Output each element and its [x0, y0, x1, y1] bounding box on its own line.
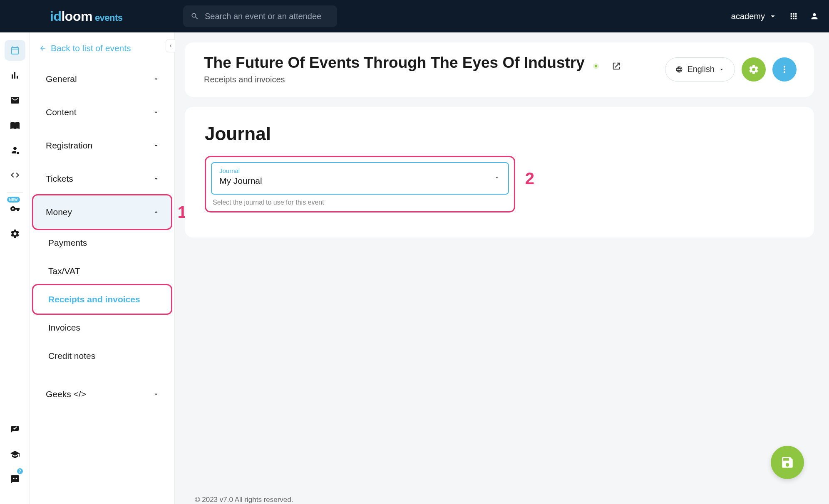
search-placeholder: Search an event or an attendee: [205, 12, 321, 21]
logo-part3: events: [95, 12, 123, 23]
nav-geeks[interactable]: Geeks </>: [33, 378, 171, 411]
back-to-events-link[interactable]: Back to list of events: [30, 36, 174, 62]
journal-card: Journal Journal My Journal Select the jo…: [185, 107, 814, 237]
event-title: The Future Of Events Through The Eyes Of…: [204, 54, 585, 71]
chevron-up-icon: [153, 209, 159, 215]
graduation-cap-icon: [10, 450, 20, 460]
rail-users[interactable]: [5, 140, 25, 161]
logo-part1: id: [50, 9, 61, 24]
chat-icon: [10, 474, 20, 484]
mail-icon: [10, 95, 20, 105]
select-label: Journal: [219, 167, 501, 174]
header-right: academy: [731, 12, 819, 21]
nav-registration[interactable]: Registration: [33, 129, 171, 162]
sub-invoices[interactable]: Invoices: [33, 314, 171, 342]
rail-academy[interactable]: [5, 444, 25, 465]
new-badge: NEW: [7, 197, 20, 203]
top-header: idloomevents Search an event or an atten…: [0, 0, 829, 32]
external-link-button[interactable]: [612, 62, 621, 71]
caret-down-icon: [494, 175, 500, 180]
users-gear-icon: [10, 145, 20, 155]
rail-chat[interactable]: ?: [5, 469, 25, 490]
logo[interactable]: idloomevents: [0, 9, 175, 24]
chevron-down-icon: [153, 109, 159, 116]
search-icon: [191, 12, 199, 20]
chevron-down-icon: [153, 391, 159, 398]
sub-receipts-invoices[interactable]: Receipts and invoices: [33, 285, 171, 314]
caret-down-icon: [768, 12, 777, 21]
section-title: Journal: [205, 124, 794, 144]
rail-analytics[interactable]: [5, 65, 25, 86]
rail-code[interactable]: [5, 165, 25, 185]
book-icon: [10, 120, 20, 130]
sub-tax[interactable]: Tax/VAT: [33, 257, 171, 285]
annotation-2: 2: [525, 169, 534, 188]
nav-tickets[interactable]: Tickets: [33, 162, 171, 195]
rail-settings[interactable]: [5, 223, 25, 244]
page-header-card: The Future Of Events Through The Eyes Of…: [185, 42, 814, 97]
rail-calendar[interactable]: [5, 40, 25, 61]
chevron-down-icon: [153, 76, 159, 82]
main-content: The Future Of Events Through The Eyes Of…: [175, 32, 829, 504]
calendar-icon: [10, 45, 20, 55]
logo-part2: loom: [61, 9, 92, 24]
chevron-left-icon: [168, 43, 173, 48]
language-selector[interactable]: English: [665, 57, 735, 82]
gear-icon: [10, 229, 20, 239]
journal-select[interactable]: Journal My Journal: [211, 162, 509, 195]
chevron-down-icon: [153, 142, 159, 149]
nav-money[interactable]: Money: [33, 195, 171, 229]
rail-key[interactable]: NEW: [5, 198, 25, 219]
help-badge: ?: [17, 468, 23, 474]
save-icon: [780, 455, 794, 469]
rail-divider: [7, 192, 23, 193]
select-value: My Journal: [219, 176, 501, 186]
more-vertical-icon: [779, 64, 790, 75]
chart-icon: [10, 70, 20, 80]
arrow-left-icon: [39, 44, 47, 52]
more-actions-button[interactable]: [772, 57, 797, 82]
event-sidebar: Back to list of events General Content R…: [30, 32, 175, 504]
code-icon: [10, 170, 20, 180]
collapse-sidebar-button[interactable]: [166, 39, 175, 52]
user-icon[interactable]: [810, 12, 819, 21]
nav-content[interactable]: Content: [33, 96, 171, 129]
sub-credit-notes[interactable]: Credit notes: [33, 342, 171, 370]
nav-general[interactable]: General: [33, 62, 171, 96]
sub-payments[interactable]: Payments: [33, 229, 171, 257]
footer-copyright: © 2023 v7.0 All rights reserved.: [195, 496, 293, 504]
icon-rail: NEW ?: [0, 32, 30, 504]
journal-highlight-box: Journal My Journal Select the journal to…: [205, 156, 515, 212]
breadcrumb: Receipts and invoices: [204, 75, 621, 84]
apps-grid-icon[interactable]: [789, 12, 798, 21]
status-indicator: [593, 63, 599, 69]
helper-text: Select the journal to use for this event: [213, 199, 509, 206]
save-fab[interactable]: [771, 446, 804, 479]
caret-down-icon: [719, 67, 725, 72]
dropdown-arrow: [494, 175, 500, 182]
rail-mail[interactable]: [5, 90, 25, 111]
rail-checklist[interactable]: [5, 419, 25, 440]
rail-book[interactable]: [5, 115, 25, 136]
external-link-icon: [612, 62, 621, 71]
checklist-icon: [10, 425, 20, 435]
academy-menu[interactable]: academy: [731, 12, 777, 21]
key-icon: [10, 204, 20, 214]
search-input[interactable]: Search an event or an attendee: [183, 5, 337, 27]
settings-button[interactable]: [742, 57, 766, 82]
gear-icon: [748, 64, 759, 75]
globe-icon: [675, 66, 683, 73]
chevron-down-icon: [153, 175, 159, 182]
